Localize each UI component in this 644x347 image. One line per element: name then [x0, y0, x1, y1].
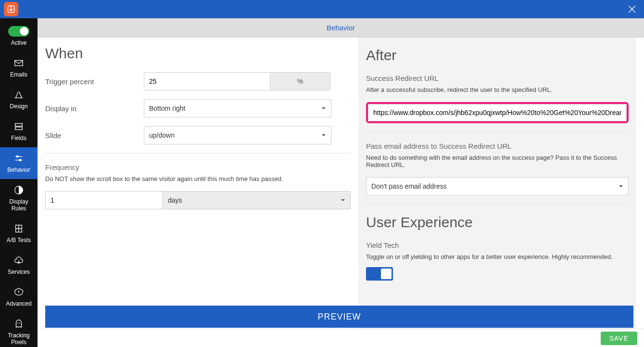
ghost-icon [13, 318, 25, 330]
preview-label: PREVIEW [317, 312, 361, 322]
display-in-value: Bottom right [149, 104, 185, 112]
after-section: After Success Redirect URL After a succe… [358, 38, 636, 347]
svg-rect-1 [15, 61, 23, 66]
pass-email-select[interactable]: Don't pass email address [366, 177, 629, 195]
tab-behavior[interactable]: Behavior [38, 18, 644, 38]
frequency-unit-select[interactable]: days [163, 191, 351, 209]
pass-email-value: Don't pass email address [371, 182, 447, 190]
fields-icon [13, 120, 25, 133]
pass-email-label: Pass email address to Success Redirect U… [366, 142, 629, 150]
sidebar-item-emails[interactable]: Emails [0, 52, 38, 84]
sidebar-item-tracking-pixels[interactable]: Tracking Pixels [0, 313, 38, 347]
pass-email-help: Need to do something with the email addr… [366, 154, 629, 168]
trigger-percent-suffix: % [270, 72, 330, 90]
frequency-unit-value: days [168, 196, 182, 204]
footer: SAVE [38, 329, 644, 347]
svg-point-8 [17, 322, 18, 323]
yield-tech-help: Toggle on or off yielding to other apps … [366, 253, 629, 260]
divider [366, 132, 629, 132]
app-logo [4, 2, 18, 16]
success-url-highlight [366, 102, 629, 123]
sidebar-item-label: Emails [10, 71, 27, 78]
cloud-icon [13, 254, 25, 267]
after-heading: After [366, 47, 629, 64]
when-section: When Trigger percent % Display in Bottom… [45, 38, 351, 347]
svg-point-4 [16, 156, 18, 158]
tab-label: Behavior [327, 24, 355, 32]
ab-tests-icon [13, 222, 25, 235]
svg-point-5 [19, 159, 21, 161]
sidebar-item-label: Fields [11, 135, 26, 141]
sidebar-item-behavior[interactable]: Behavior [0, 147, 38, 179]
sidebar-item-label: Display Rules [2, 198, 36, 212]
yield-tech-label: Yield Tech [366, 241, 629, 249]
sidebar-item-label: Active [11, 39, 27, 46]
sidebar-item-display-rules[interactable]: Display Rules [0, 179, 38, 218]
frequency-help: Do NOT show the scroll box to the same v… [45, 175, 351, 182]
advanced-icon [13, 286, 25, 298]
divider [366, 204, 629, 205]
trigger-percent-input[interactable] [144, 72, 270, 90]
mail-icon [13, 57, 25, 69]
sidebar-item-ab-tests[interactable]: A/B Tests [0, 218, 38, 249]
frequency-heading: Frequency [45, 163, 351, 171]
design-icon [13, 89, 25, 101]
chevron-down-icon [321, 131, 326, 139]
sidebar-item-label: Tracking Pixels [2, 332, 36, 346]
sidebar-item-services[interactable]: Services [0, 249, 38, 281]
sidebar-item-design[interactable]: Design [0, 84, 38, 116]
success-url-input[interactable] [368, 104, 627, 121]
slide-value: up/down [149, 131, 175, 139]
sidebar-item-active[interactable]: Active [0, 18, 38, 52]
slide-select[interactable]: up/down [144, 126, 331, 144]
when-heading: When [45, 45, 351, 62]
sidebar-item-fields[interactable]: Fields [0, 116, 38, 147]
sidebar: Active Emails Design Fields Behavior Dis… [0, 18, 38, 347]
sidebar-item-label: Advanced [6, 300, 31, 307]
titlebar [0, 0, 644, 18]
sidebar-item-label: Services [8, 269, 30, 275]
chevron-down-icon [321, 104, 326, 112]
sidebar-item-advanced[interactable]: Advanced [0, 281, 38, 313]
yield-tech-toggle[interactable] [366, 267, 393, 281]
display-rules-icon [13, 184, 25, 196]
display-in-select[interactable]: Bottom right [144, 99, 331, 117]
svg-rect-3 [15, 127, 23, 130]
sidebar-item-label: A/B Tests [7, 237, 31, 244]
svg-rect-2 [15, 124, 23, 127]
success-url-help: After a successful subscribe, redirect t… [366, 86, 629, 93]
close-button[interactable] [624, 1, 640, 17]
save-button[interactable]: SAVE [601, 332, 637, 345]
success-url-label: Success Redirect URL [366, 74, 629, 82]
svg-point-9 [19, 322, 20, 323]
frequency-value-input[interactable] [45, 191, 163, 209]
sidebar-item-label: Design [10, 103, 27, 110]
slide-label: Slide [45, 131, 144, 140]
divider [45, 153, 351, 154]
preview-button[interactable]: PREVIEW [45, 306, 633, 328]
display-in-label: Display in [45, 104, 144, 113]
main-panel: Behavior When Trigger percent % Display … [38, 18, 644, 347]
chevron-down-icon [619, 182, 623, 190]
chevron-down-icon [341, 196, 345, 204]
sidebar-item-label: Behavior [7, 167, 30, 173]
ux-heading: User Experience [366, 214, 629, 231]
active-toggle[interactable] [8, 26, 29, 37]
save-label: SAVE [609, 334, 629, 342]
behavior-icon [13, 152, 25, 165]
trigger-percent-label: Trigger percent [45, 77, 144, 86]
